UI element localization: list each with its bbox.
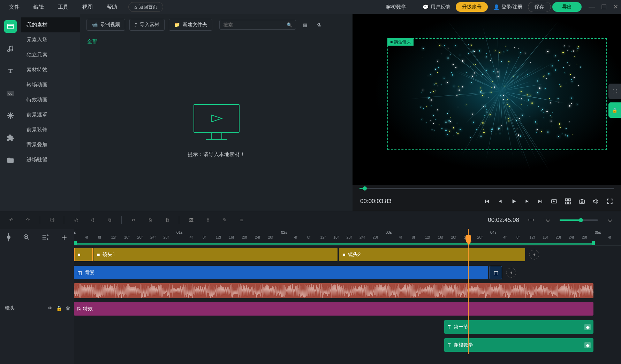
menu-edit[interactable]: 编辑 bbox=[27, 2, 50, 13]
menu-view[interactable]: 视图 bbox=[76, 2, 99, 13]
image-icon[interactable]: 🖼 bbox=[186, 215, 196, 225]
timeline-ruler[interactable]: 0s4f8f12f16f20f24f28f01s4f8f12f16f20f24f… bbox=[74, 229, 621, 246]
filter-icon[interactable]: ⚗ bbox=[314, 20, 324, 30]
loop-icon[interactable] bbox=[551, 198, 558, 205]
lock-tool-icon[interactable]: 🔒 bbox=[608, 102, 621, 118]
record-button[interactable]: 📹录制视频 bbox=[86, 19, 125, 31]
skip-start-icon[interactable] bbox=[484, 198, 490, 204]
fullscreen-icon[interactable] bbox=[606, 198, 613, 205]
cat-fx-anim[interactable]: 特效动画 bbox=[21, 92, 80, 107]
skip-end-icon[interactable] bbox=[537, 198, 544, 204]
eye-icon[interactable]: 👁 bbox=[48, 305, 53, 311]
grid-icon[interactable] bbox=[565, 198, 571, 205]
cat-independent[interactable]: 独立元素 bbox=[21, 47, 80, 62]
tracklist-icon[interactable] bbox=[41, 233, 49, 241]
rail-cc-icon[interactable]: CC bbox=[4, 87, 17, 100]
rail-pattern-icon[interactable] bbox=[4, 109, 17, 122]
rail-text-icon[interactable] bbox=[4, 65, 17, 77]
mirror-icon[interactable]: ⧉ bbox=[105, 215, 114, 225]
target-icon[interactable]: ◎ bbox=[71, 215, 81, 225]
clip-bg[interactable]: ◫背景 bbox=[74, 266, 488, 279]
layers-icon[interactable]: ≋ bbox=[236, 215, 246, 225]
cat-transition[interactable]: 转场动画 bbox=[21, 77, 80, 92]
cat-bg-overlay[interactable]: 背景叠加 bbox=[21, 137, 80, 152]
clip-bg-badge[interactable]: ◫ bbox=[490, 266, 502, 279]
cat-fg-decor[interactable]: 前景装饰 bbox=[21, 122, 80, 137]
menu-file[interactable]: 文件 bbox=[3, 2, 26, 13]
home-button[interactable]: ⌂ 返回首页 bbox=[128, 2, 163, 12]
lock-icon[interactable]: 🔒 bbox=[56, 305, 62, 311]
zoom-out-icon[interactable]: ⊖ bbox=[543, 215, 553, 225]
maximize-button[interactable]: ☐ bbox=[601, 3, 607, 11]
fx-icon: ⎘ bbox=[77, 306, 80, 312]
window-controls: — ☐ ✕ bbox=[589, 3, 618, 11]
zoom-slider[interactable] bbox=[560, 219, 598, 221]
preview-viewport[interactable]: ■ 魏达镜头 bbox=[353, 14, 621, 185]
clip-shot-sel[interactable]: ■ bbox=[74, 248, 93, 261]
upgrade-button[interactable]: 升级账号 bbox=[456, 2, 488, 12]
grid-view-icon[interactable]: ▦ bbox=[300, 20, 310, 30]
rail-audio-icon[interactable] bbox=[4, 42, 17, 55]
export-button[interactable]: 导出 bbox=[552, 2, 582, 12]
close-button[interactable]: ✕ bbox=[613, 3, 618, 11]
clip-fx[interactable]: ⎘特效 bbox=[74, 302, 593, 316]
cam-icon: ■ bbox=[97, 252, 100, 257]
rail-plugin-icon[interactable] bbox=[4, 132, 17, 144]
menu-tools[interactable]: 工具 bbox=[52, 2, 75, 13]
prev-frame-icon[interactable] bbox=[497, 198, 503, 204]
clip-title[interactable]: T穿梭数学◆ bbox=[444, 338, 593, 352]
save-button[interactable]: 保存 bbox=[528, 2, 551, 12]
crop-icon[interactable]: ✂ bbox=[129, 215, 138, 225]
svg-point-12 bbox=[581, 201, 583, 202]
marker-icon[interactable]: ⇪ bbox=[203, 215, 213, 225]
timeline-lanes[interactable]: 0s4f8f12f16f20f24f28f01s4f8f12f16f20f24f… bbox=[74, 229, 621, 354]
vslider-icon[interactable] bbox=[6, 232, 12, 242]
edit-icon[interactable]: ✎ bbox=[220, 215, 229, 225]
new-folder-button[interactable]: 📁新建文件夹 bbox=[169, 19, 212, 31]
clip-shot2[interactable]: ■镜头2 bbox=[339, 248, 525, 261]
bg-icon: ◫ bbox=[494, 270, 498, 276]
track-head-shot: 镜头👁🔒🗑 bbox=[0, 246, 74, 364]
search-field[interactable]: 🔍 bbox=[219, 20, 296, 30]
delete-icon[interactable]: 🗑 bbox=[162, 215, 172, 225]
add-track-icon[interactable]: ＋ bbox=[60, 231, 69, 243]
keyframe-icon[interactable]: ◆ bbox=[584, 324, 591, 330]
clip-section1[interactable]: T第一节◆ bbox=[444, 320, 593, 334]
undo-icon[interactable]: ↶ bbox=[6, 215, 16, 225]
fit-icon[interactable]: ⟷ bbox=[526, 215, 536, 225]
cat-fg-mask[interactable]: 前景遮罩 bbox=[21, 107, 80, 122]
minimize-button[interactable]: — bbox=[589, 3, 595, 11]
volume-icon[interactable] bbox=[592, 198, 599, 205]
cat-my-material[interactable]: 我的素材 bbox=[21, 17, 80, 32]
crop-tool-icon[interactable]: ⛶ bbox=[608, 84, 621, 99]
rail-media-icon[interactable] bbox=[4, 20, 17, 33]
preview-scrubber[interactable] bbox=[353, 185, 621, 192]
trash-icon[interactable]: 🗑 bbox=[66, 305, 70, 311]
keyframe-icon[interactable]: ◆ bbox=[584, 342, 591, 348]
zoom-search-icon[interactable] bbox=[23, 233, 30, 241]
search-input[interactable] bbox=[223, 22, 287, 28]
user-icon: 👤 bbox=[493, 4, 499, 10]
bracket-icon[interactable]: ⟨⟩ bbox=[88, 215, 98, 225]
login-link[interactable]: 👤 登录/注册 bbox=[489, 2, 527, 11]
add-bg-button[interactable]: ✦ bbox=[506, 268, 516, 278]
zoom-in-icon[interactable]: ⊕ bbox=[605, 215, 615, 225]
play-icon[interactable] bbox=[510, 198, 517, 205]
snapshot-icon[interactable] bbox=[578, 198, 585, 205]
cat-enter-hold[interactable]: 进场驻留 bbox=[21, 152, 80, 167]
rail-folder-icon[interactable] bbox=[4, 154, 17, 166]
empty-state: 提示：请导入本地素材！ bbox=[80, 48, 353, 211]
redo-icon[interactable]: ↷ bbox=[23, 215, 33, 225]
import-button[interactable]: ⤴导入素材 bbox=[129, 19, 165, 31]
feedback-link[interactable]: 💬 用户反馈 bbox=[418, 2, 454, 11]
filter-all-label[interactable]: 全部 bbox=[80, 36, 353, 48]
clip-shot1[interactable]: ■镜头1 bbox=[93, 248, 338, 261]
magnet-icon[interactable]: ⓜ bbox=[47, 215, 57, 225]
copy-icon[interactable]: ⎘ bbox=[145, 215, 155, 225]
cat-material-fx[interactable]: 素材特效 bbox=[21, 62, 80, 77]
next-frame-icon[interactable] bbox=[524, 198, 530, 204]
clip-audio[interactable] bbox=[74, 283, 593, 298]
add-shot-button[interactable]: ✦ bbox=[529, 250, 539, 260]
menu-help[interactable]: 帮助 bbox=[100, 2, 123, 13]
cat-element-enter[interactable]: 元素入场 bbox=[21, 32, 80, 47]
